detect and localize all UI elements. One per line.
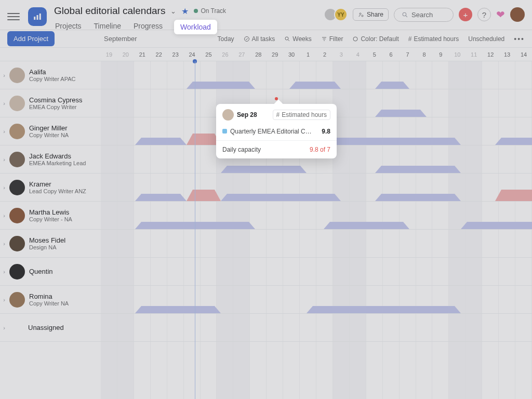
expand-icon[interactable]: › — [0, 297, 8, 303]
date-cell: 2 — [316, 48, 333, 61]
person-role: EMEA Copy Writer — [29, 104, 83, 110]
workload-segment[interactable] — [324, 222, 409, 229]
expand-icon[interactable]: › — [0, 269, 8, 275]
workload-segment[interactable] — [221, 166, 307, 173]
date-header: 1920212223242526272829301234567891011121… — [0, 48, 532, 61]
person-role: Copy Writer APAC — [29, 76, 75, 82]
filter-button[interactable]: Filter — [321, 35, 343, 43]
svg-point-8 — [285, 37, 288, 40]
workload-segment[interactable] — [375, 110, 427, 117]
date-cell: 27 — [233, 48, 250, 61]
avatar — [9, 152, 25, 167]
avatar — [9, 236, 25, 251]
color-icon — [352, 36, 358, 42]
svg-rect-2 — [39, 14, 41, 20]
unassigned-label: Unassigned — [28, 324, 64, 331]
person-row: › Quentin — [0, 258, 532, 286]
person-name: Quentin — [29, 268, 53, 275]
date-cell: 9 — [432, 48, 449, 61]
date-cell: 22 — [151, 48, 167, 61]
avatar — [9, 180, 25, 195]
workload-segment[interactable] — [135, 194, 187, 201]
add-project-button[interactable]: Add Project — [7, 31, 55, 46]
workload-segment[interactable] — [375, 166, 461, 173]
workload-segment[interactable] — [461, 222, 532, 229]
magnify-icon — [284, 36, 290, 42]
avatar — [9, 208, 25, 223]
svg-point-7 — [244, 36, 249, 41]
member-avatars[interactable]: YY — [327, 8, 348, 21]
hash-icon: # — [408, 35, 412, 43]
search-input[interactable]: Search — [394, 8, 454, 22]
svg-line-9 — [288, 39, 290, 41]
capacity-label: Daily capacity — [222, 146, 261, 153]
svg-rect-0 — [34, 17, 35, 20]
date-cell: 12 — [482, 48, 499, 61]
person-role: Design NA — [29, 244, 65, 250]
workload-segment[interactable] — [221, 194, 341, 201]
expand-icon[interactable]: › — [0, 212, 8, 219]
all-tasks-filter[interactable]: All tasks — [244, 35, 275, 43]
workload-segment[interactable] — [135, 306, 221, 313]
share-button[interactable]: Share — [353, 8, 389, 21]
svg-point-5 — [403, 12, 406, 16]
today-button[interactable]: Today — [218, 35, 234, 43]
status-badge[interactable]: On Track — [194, 7, 226, 15]
workload-segment[interactable] — [187, 82, 255, 89]
date-cell: 24 — [184, 48, 201, 61]
expand-icon[interactable]: › — [0, 241, 8, 247]
effort-menu[interactable]: # Estimated hours — [408, 35, 459, 43]
chevron-down-icon[interactable]: ⌄ — [170, 7, 176, 15]
person-role: EMEA Marketing Lead — [29, 160, 86, 166]
expand-icon[interactable]: › — [0, 156, 8, 163]
workload-segment[interactable] — [495, 138, 532, 145]
date-cell: 19 — [101, 48, 117, 61]
workload-segment[interactable] — [307, 306, 461, 313]
unassigned-row: › Unassigned — [0, 314, 532, 342]
unscheduled-button[interactable]: Unscheduled — [468, 35, 504, 43]
expand-icon[interactable]: › — [0, 72, 8, 78]
hash-icon: # — [276, 111, 280, 118]
person-name: Moses Fidel — [29, 236, 65, 244]
person-role: Copy Writer NA — [29, 132, 69, 138]
more-menu[interactable]: ••• — [514, 35, 525, 43]
workload-segment[interactable] — [289, 82, 341, 89]
status-dot-icon — [194, 9, 198, 13]
avatar — [9, 292, 25, 308]
popover-task-row[interactable]: Quarterly EMEA Editorial C… 9.8 — [216, 125, 337, 138]
capacity-value: 9.8 of 7 — [310, 146, 330, 153]
workload-popover: Sep 28 # Estimated hours Quarterly EMEA … — [216, 104, 337, 158]
workload-segment[interactable] — [135, 138, 187, 145]
expand-icon[interactable]: › — [0, 325, 8, 331]
expand-icon[interactable]: › — [0, 100, 8, 107]
star-icon[interactable]: ★ — [181, 6, 189, 16]
color-menu[interactable]: Color: Default — [352, 35, 398, 43]
person-name: Martha Lewis — [29, 208, 72, 216]
expand-icon[interactable]: › — [0, 184, 8, 191]
avatar — [9, 264, 25, 280]
person-row: › Romina Copy Writer NA — [0, 286, 532, 314]
tab-workload[interactable]: Workload — [174, 20, 217, 34]
person-name: Kramer — [29, 180, 86, 188]
zoom-weeks[interactable]: Weeks — [284, 35, 311, 43]
person-name: Aalifa — [29, 68, 75, 76]
expand-icon[interactable]: › — [0, 128, 8, 135]
workload-over-segment[interactable] — [495, 190, 532, 201]
user-avatar[interactable] — [510, 7, 525, 22]
workload-segment[interactable] — [375, 194, 461, 201]
effort-chip[interactable]: # Estimated hours — [273, 110, 330, 120]
date-cell: 7 — [400, 48, 416, 61]
person-name: Ginger Miller — [29, 124, 69, 132]
svg-line-6 — [406, 16, 407, 17]
date-cell: 26 — [217, 48, 233, 61]
date-cell: 23 — [167, 48, 184, 61]
workload-segment[interactable] — [375, 82, 409, 89]
date-cell: 1 — [300, 48, 316, 61]
celebration-icon[interactable]: ❤ — [496, 8, 505, 21]
menu-icon[interactable] — [7, 10, 20, 23]
workload-over-segment[interactable] — [187, 190, 221, 201]
add-button[interactable]: + — [459, 8, 472, 21]
help-button[interactable]: ? — [477, 8, 491, 21]
project-icon — [28, 7, 47, 26]
person-name: Romina — [29, 292, 69, 300]
